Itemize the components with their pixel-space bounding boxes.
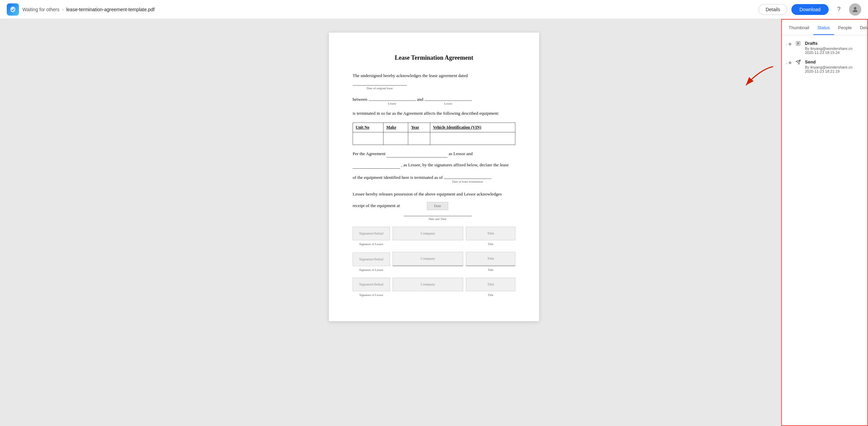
pdf-table: Unit No Make Year Vehicle Identification… (353, 123, 515, 145)
drafts-by: By linyang@wondershare.cn (805, 47, 863, 51)
tab-details[interactable]: Details (856, 20, 868, 35)
details-button[interactable]: Details (758, 4, 787, 15)
table-cell (408, 132, 430, 145)
user-avatar[interactable] (849, 3, 861, 16)
sig-title-1[interactable]: Title (466, 227, 515, 240)
pdf-para-4: Per the Agreement as Lessor and (353, 150, 515, 158)
pdf-para-8: receipt of the equipment at Date Date an… (353, 202, 515, 221)
topbar: Waiting for others › lease-termination-a… (0, 0, 868, 19)
breadcrumb-link[interactable]: Waiting for others (22, 7, 59, 12)
main-area: Lease Termination Agreement The undersig… (0, 19, 868, 426)
pdf-para-2: between Lessee and Lessor (353, 95, 515, 106)
breadcrumb-separator: › (62, 7, 63, 12)
sig-company-label-2 (393, 267, 463, 272)
sig-title-label-1: Title (466, 242, 515, 246)
table-header-vin: Vehicle Identification (VIN) (430, 123, 515, 132)
drafts-dot-area: › (786, 41, 791, 47)
sig-title-2[interactable]: Title (466, 252, 515, 265)
pdf-title: Lease Termination Agreement (353, 53, 515, 63)
pdf-para-3: is terminated in so far as the Agreement… (353, 110, 515, 117)
help-button[interactable]: ? (833, 3, 845, 16)
help-icon: ? (837, 6, 841, 13)
table-cell (430, 132, 515, 145)
pdf-para-6: of the equipment identified here is term… (353, 173, 515, 184)
sig-bottom-label-1: Signature of Lessee (353, 242, 390, 246)
send-time: 2020-11-23 18:21:19 (805, 69, 863, 73)
sig-bottom-label-2: Signature of Lessee (353, 267, 390, 272)
status-item-drafts: › Drafts By linyang@wondershare.cn 2020-… (786, 41, 863, 55)
pdf-para-7: Lessee hereby releases possession of the… (353, 191, 515, 198)
sig-title-3[interactable]: Title (466, 278, 515, 291)
app-logo (7, 3, 19, 16)
sig-initial-2[interactable]: Signature/Initial (353, 253, 390, 266)
drafts-title: Drafts (805, 41, 863, 46)
breadcrumb-current: lease-termination-agreement-template.pdf (66, 7, 155, 12)
download-button[interactable]: Download (791, 4, 829, 15)
signature-section: Signature/Initial Company Title Signatur… (353, 227, 515, 297)
breadcrumb: Waiting for others › lease-termination-a… (22, 7, 155, 12)
tab-people[interactable]: People (834, 20, 856, 35)
pdf-para-5: , as Lessee, by the signatures affixed b… (353, 162, 515, 169)
table-header-unit: Unit No (353, 123, 383, 132)
panel-content: › Drafts By linyang@wondershare.cn 2020-… (782, 35, 867, 425)
pdf-para-1: The undersigned hereby acknowledges the … (353, 72, 515, 91)
send-info: Send By linyang@wondershare.cn 2020-11-2… (805, 59, 863, 73)
sig-company-label-3 (393, 293, 463, 297)
sig-company-1[interactable]: Company (393, 227, 463, 240)
send-dot (789, 61, 791, 64)
sig-title-label-3: Title (466, 293, 515, 297)
sig-company-3[interactable]: Company (393, 278, 463, 291)
sig-bottom-label-3: Signature of Lessor (353, 293, 390, 297)
expand-icon[interactable]: › (786, 60, 787, 66)
table-header-make: Make (383, 123, 408, 132)
svg-point-0 (854, 7, 856, 9)
right-panel: Thumbnail Status People Details › (781, 19, 868, 426)
table-cell (353, 132, 383, 145)
tab-status[interactable]: Status (813, 20, 834, 35)
topbar-right: Details Download ? (758, 3, 861, 16)
topbar-left: Waiting for others › lease-termination-a… (7, 3, 758, 16)
pencil-icon (795, 40, 802, 47)
send-dot-area: › (786, 59, 791, 66)
tab-thumbnail[interactable]: Thumbnail (785, 20, 813, 35)
table-cell (383, 132, 408, 145)
send-icon (795, 59, 802, 66)
drafts-dot (789, 43, 791, 45)
pdf-document: Lease Termination Agreement The undersig… (329, 33, 539, 321)
send-by: By linyang@wondershare.cn (805, 65, 863, 69)
drafts-time: 2020-11-23 18:15:24 (805, 51, 863, 55)
sig-initial-1[interactable]: Signature/Initial (353, 227, 390, 240)
sig-initial-3[interactable]: Signature/Initial (353, 278, 390, 291)
send-title: Send (805, 59, 863, 64)
status-item-send: › Send By linyang@wondershare.cn 2020-11… (786, 59, 863, 73)
sig-title-label-2: Title (466, 267, 515, 272)
drafts-info: Drafts By linyang@wondershare.cn 2020-11… (805, 41, 863, 55)
sig-company-2[interactable]: Company (393, 252, 463, 265)
sig-company-label-1 (393, 242, 463, 246)
pdf-area[interactable]: Lease Termination Agreement The undersig… (0, 19, 868, 426)
expand-icon[interactable]: › (786, 41, 787, 47)
table-header-year: Year (408, 123, 430, 132)
panel-tabs: Thumbnail Status People Details (782, 20, 867, 35)
